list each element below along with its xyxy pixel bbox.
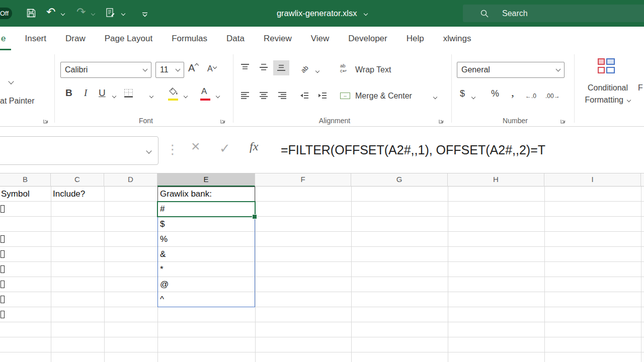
number-format-combobox[interactable]: General: [457, 62, 565, 78]
tab-label: e: [1, 34, 6, 43]
tab-data[interactable]: Data: [226, 27, 245, 50]
tab-view[interactable]: View: [311, 27, 330, 50]
tab-draw[interactable]: Draw: [65, 27, 86, 50]
cell-b5-symbol[interactable]: [1, 250, 5, 258]
column-header-b[interactable]: B: [0, 173, 51, 187]
fill-color-dropdown-chevron-icon[interactable]: [184, 94, 188, 98]
paste-dropdown-chevron-icon[interactable]: [8, 78, 14, 84]
wrap-text-button[interactable]: Wrap Text: [355, 65, 391, 74]
borders-dropdown-chevron-icon[interactable]: [149, 94, 153, 98]
search-box[interactable]: Search: [463, 5, 644, 22]
cell-b7-symbol[interactable]: [1, 281, 5, 288]
insert-function-icon[interactable]: fx: [250, 140, 258, 153]
align-top-icon[interactable]: [240, 63, 250, 73]
font-name-value: Calibri: [65, 65, 88, 74]
font-color-dropdown-chevron-icon[interactable]: [216, 94, 220, 98]
fill-handle[interactable]: [252, 214, 257, 219]
spill-range-border: [157, 202, 255, 307]
cell-c1[interactable]: Include?: [53, 187, 85, 202]
decrease-decimal-icon[interactable]: .00→: [545, 93, 560, 100]
font-dialog-launcher-icon[interactable]: [220, 117, 226, 126]
cancel-icon[interactable]: ×: [191, 138, 200, 155]
format-as-table-fragment[interactable]: F: [638, 83, 643, 93]
number-dialog-launcher-icon[interactable]: [560, 117, 566, 126]
underline-button[interactable]: U: [99, 87, 106, 99]
column-header-d[interactable]: D: [104, 173, 157, 187]
title-dropdown-chevron-icon[interactable]: [364, 12, 368, 16]
chevron-down-icon[interactable]: [143, 67, 148, 72]
number-group-label: Number: [457, 117, 574, 125]
tab-developer[interactable]: Developer: [348, 27, 387, 50]
borders-icon[interactable]: [124, 88, 133, 100]
search-icon: [480, 9, 489, 18]
name-box[interactable]: [0, 136, 158, 165]
tab-label: Developer: [348, 34, 387, 43]
column-header-c[interactable]: C: [51, 173, 104, 187]
align-center-icon[interactable]: [259, 92, 268, 102]
cell-b1[interactable]: Symbol: [1, 187, 30, 202]
increase-indent-icon[interactable]: [318, 92, 327, 102]
tab-review[interactable]: Review: [264, 27, 292, 50]
column-header-e-selected[interactable]: E: [157, 173, 255, 187]
column-header-h[interactable]: H: [448, 173, 544, 187]
accounting-format-button[interactable]: $: [460, 88, 465, 99]
orientation-dropdown-chevron-icon[interactable]: [315, 69, 319, 73]
conditional-formatting-label-1: Conditional: [577, 83, 639, 93]
tab-home-fragment[interactable]: e: [1, 27, 6, 50]
cell-b6-symbol[interactable]: [1, 265, 5, 273]
formula-input[interactable]: =FILTER(OFFSET(A2#,,1), OFFSET(A2#,,2)=T: [281, 127, 644, 173]
cell-b4-symbol[interactable]: [1, 235, 5, 243]
conditional-formatting-icon: [598, 58, 616, 75]
increase-decimal-icon[interactable]: ←.0: [525, 93, 536, 100]
font-name-combobox[interactable]: Calibri: [60, 62, 151, 78]
fill-color-icon[interactable]: [168, 87, 178, 98]
percent-style-button[interactable]: %: [491, 88, 499, 99]
italic-button[interactable]: I: [84, 87, 87, 99]
bold-button[interactable]: B: [65, 87, 72, 99]
orientation-icon[interactable]: ab: [299, 64, 310, 74]
spreadsheet-grid[interactable]: Symbol Include? Grawlix bank: # $ % & * …: [0, 187, 644, 362]
clipboard-dialog-launcher-icon[interactable]: [43, 117, 49, 126]
tab-help[interactable]: Help: [407, 27, 424, 50]
filename-text: grawlix-generator.xlsx: [277, 9, 357, 18]
tab-insert[interactable]: Insert: [25, 27, 46, 50]
name-box-chevron-icon[interactable]: [146, 148, 151, 153]
chevron-down-icon[interactable]: [176, 67, 181, 72]
font-color-button[interactable]: A: [201, 86, 207, 97]
enter-icon[interactable]: ✓: [219, 141, 230, 156]
align-left-icon[interactable]: [240, 92, 250, 102]
underline-dropdown-chevron-icon[interactable]: [112, 94, 116, 98]
conditional-formatting-button[interactable]: Conditional Formatting: [577, 83, 639, 105]
title-bar: Off ↶ ↷ grawlix-generator.xlsx: [0, 0, 644, 27]
alignment-dialog-launcher-icon[interactable]: [439, 117, 444, 126]
merge-dropdown-chevron-icon[interactable]: [433, 95, 437, 99]
formula-bar-separator-dots-icon[interactable]: ⋮: [166, 142, 179, 157]
tab-label: xlwings: [443, 34, 471, 43]
accounting-dropdown-chevron-icon[interactable]: [471, 95, 475, 99]
comma-style-button[interactable]: ,: [511, 85, 514, 99]
tab-formulas[interactable]: Formulas: [172, 27, 207, 50]
tab-label: Insert: [25, 34, 46, 43]
group-separator: [233, 54, 233, 123]
group-separator: [451, 54, 452, 123]
grow-font-button[interactable]: A: [188, 62, 198, 74]
column-header-f[interactable]: F: [255, 173, 351, 187]
align-right-icon[interactable]: [278, 92, 287, 102]
merge-center-button[interactable]: Merge & Center: [355, 92, 412, 101]
column-header-i[interactable]: I: [544, 173, 641, 187]
tab-xlwings[interactable]: xlwings: [443, 27, 471, 50]
cell-b8-symbol[interactable]: [1, 296, 5, 303]
column-header-row: B C D E F G H I: [0, 173, 644, 187]
shrink-font-button[interactable]: A: [207, 64, 216, 73]
font-size-combobox[interactable]: 11: [155, 62, 184, 78]
format-painter-label-fragment[interactable]: at Painter: [0, 97, 34, 106]
gridline-vertical: [448, 187, 448, 362]
cell-b9-symbol[interactable]: [1, 311, 5, 318]
align-bottom-button-selected[interactable]: [273, 60, 289, 75]
chevron-down-icon[interactable]: [556, 67, 561, 72]
column-header-g[interactable]: G: [351, 173, 448, 187]
decrease-indent-icon[interactable]: [300, 92, 309, 102]
tab-page-layout[interactable]: Page Layout: [105, 27, 152, 50]
cell-b2-symbol[interactable]: [1, 205, 5, 213]
align-middle-icon[interactable]: [259, 63, 268, 73]
